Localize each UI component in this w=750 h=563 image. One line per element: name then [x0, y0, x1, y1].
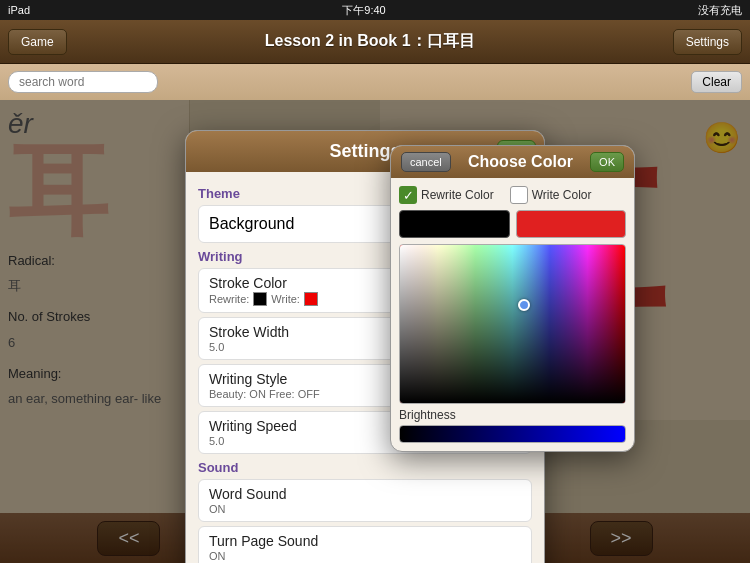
main-content: ěr 耳 Radical: 耳 No. of Strokes 6 Meaning… [0, 100, 750, 563]
search-input[interactable] [8, 71, 158, 93]
color-tabs: ✓ Rewrite Color Write Color [399, 186, 626, 204]
black-overlay [400, 245, 625, 403]
rewrite-color-dot [253, 292, 267, 306]
settings-button[interactable]: Settings [673, 29, 742, 55]
turn-page-sound-label: Turn Page Sound [209, 533, 521, 549]
rewrite-color-label: Rewrite Color [421, 188, 494, 202]
color-panel-header: cancel Choose Color OK [391, 146, 634, 178]
color-panel-title: Choose Color [451, 153, 590, 171]
color-panel-cancel-button[interactable]: cancel [401, 152, 451, 172]
status-left: iPad [8, 4, 30, 16]
status-bar: iPad 下午9:40 没有充电 [0, 0, 750, 20]
color-preview-row [399, 210, 626, 238]
color-picker[interactable] [399, 244, 626, 404]
status-right: 没有充电 [698, 3, 742, 18]
write-color-dot [304, 292, 318, 306]
clear-button[interactable]: Clear [691, 71, 742, 93]
color-panel-ok-button[interactable]: OK [590, 152, 624, 172]
word-sound-value: ON [209, 503, 521, 515]
nav-bar: Game Lesson 2 in Book 1：口耳目 Settings [0, 20, 750, 64]
word-sound-row[interactable]: Word Sound ON [198, 479, 532, 522]
black-color-preview[interactable] [399, 210, 510, 238]
game-button[interactable]: Game [8, 29, 67, 55]
turn-page-sound-row[interactable]: Turn Page Sound ON [198, 526, 532, 563]
status-time: 下午9:40 [342, 3, 385, 18]
write-color-square [510, 186, 528, 204]
rewrite-color-tab[interactable]: ✓ Rewrite Color [399, 186, 494, 204]
search-bar: Clear [0, 64, 750, 100]
sound-section-header: Sound [198, 460, 532, 475]
write-label: Write: [271, 293, 300, 305]
write-color-label: Write Color [532, 188, 592, 202]
turn-page-sound-value: ON [209, 550, 521, 562]
nav-title: Lesson 2 in Book 1：口耳目 [265, 31, 475, 52]
rewrite-checkmark: ✓ [399, 186, 417, 204]
red-color-preview[interactable] [516, 210, 627, 238]
brightness-label: Brightness [399, 408, 626, 422]
write-color-tab[interactable]: Write Color [510, 186, 592, 204]
color-cursor[interactable] [518, 299, 530, 311]
theme-label: Background [209, 215, 294, 233]
word-sound-label: Word Sound [209, 486, 521, 502]
brightness-bar[interactable] [399, 425, 626, 443]
color-panel-body: ✓ Rewrite Color Write Color [391, 178, 634, 451]
color-panel: cancel Choose Color OK ✓ Rewrite Color W… [390, 145, 635, 452]
rewrite-label: Rewrite: [209, 293, 249, 305]
